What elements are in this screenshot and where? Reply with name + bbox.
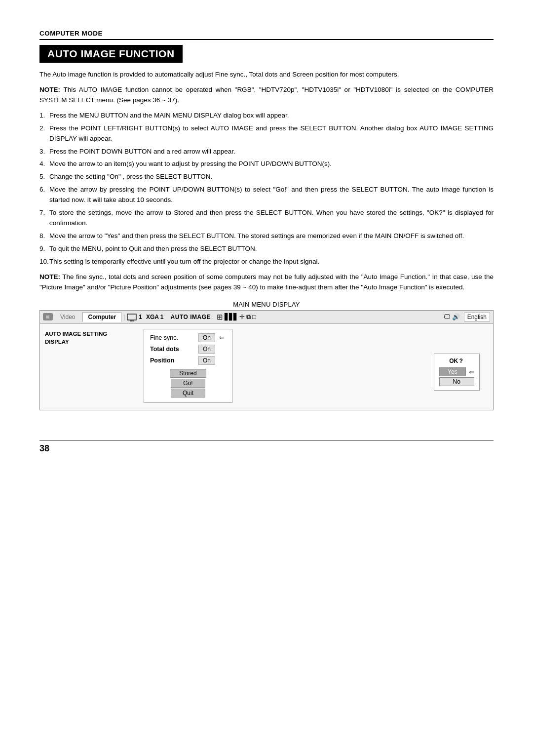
step-7: 7. To store the settings, move the arrow… [39,208,494,229]
step-num-10: 10. [39,257,49,267]
step-text-2: Press the POINT LEFT/RIGHT BUTTON(s) to … [49,124,494,142]
quit-button[interactable]: Quit [171,389,205,398]
diagram-outer: ▤ Video Computer | 1 XGA 1 AUTO IMAGE ⊞ … [39,310,494,410]
toolbar-icons: ⊞ ▋▋▋ ✛ ⧉ □ [217,313,256,321]
ok-arrow-icon: ⇐ [469,368,474,376]
page-number-bar: 38 [39,440,494,454]
remote-icon: ▤ [43,313,53,320]
finesync-value: On [198,333,215,342]
totaldots-label: Total dots [150,346,194,353]
note1-prefix: NOTE: [39,86,60,93]
step-text-6: Move the arrow by pressing the POINT UP/… [49,186,494,203]
step-2: 2. Press the POINT LEFT/RIGHT BUTTON(s) … [39,123,494,144]
tab-video[interactable]: Video [55,312,80,322]
step-num-8: 8. [39,231,45,241]
step-10: 10. This setting is temporarily effectiv… [39,257,494,267]
step-num-1: 1. [39,111,45,121]
step-9: 9. To quit the MENU, point to Quit and t… [39,244,494,254]
note1-paragraph: NOTE: This AUTO IMAGE function cannot be… [39,85,494,106]
section-title-box: AUTO IMAGE FUNCTION [39,45,183,63]
xga-label: XGA 1 [146,314,164,320]
auto-image-menu-box: Fine sync. On ⇐ Total dots On Position O… [144,329,232,403]
step-text-1: Press the MENU BUTTON and the MAIN MENU … [49,112,289,119]
toolbar-separator: | [123,314,125,320]
auto-image-setting-label-line1: AUTO IMAGE SETTING [45,331,107,337]
finesync-label: Fine sync. [150,334,194,341]
ok-box: OK？ Yes ⇐ No [434,354,480,391]
step-num-9: 9. [39,244,45,254]
no-button[interactable]: No [439,377,474,386]
move-icon: ✛ [239,313,245,320]
menu-row-finesync: Fine sync. On ⇐ [150,333,226,342]
step-num-5: 5. [39,172,45,182]
toolbar-row: ▤ Video Computer | 1 XGA 1 AUTO IMAGE ⊞ … [40,311,493,324]
note2-text: The fine sync., total dots and screen po… [39,273,494,291]
step-5: 5. Change the setting "On" , press the S… [39,172,494,182]
yes-button[interactable]: Yes [439,367,466,376]
position-value: On [198,356,215,365]
right-col: OK？ Yes ⇐ No [429,329,488,403]
page-number: 38 [39,443,49,453]
finesync-arrow: ⇐ [219,334,225,341]
auto-image-label: AUTO IMAGE [171,314,211,320]
tab-computer[interactable]: Computer [82,312,121,322]
steps-list: 1. Press the MENU BUTTON and the MAIN ME… [39,111,494,267]
step-8: 8. Move the arrow to "Yes" and then pres… [39,231,494,241]
computer-mode-label: COMPUTER MODE [39,30,494,37]
step-text-7: To store the settings, move the arrow to… [49,209,494,227]
copy-icon: ⧉ [246,313,251,321]
left-col: AUTO IMAGE SETTING DISPLAY [45,329,144,403]
totaldots-value: On [198,345,215,354]
speaker-area: 🖵 🔊 [444,313,459,320]
monitor-icon [127,314,137,320]
diagram-main-label: MAIN MENU DISPLAY [39,301,494,308]
section-divider [39,39,494,40]
english-button[interactable]: English [464,313,490,321]
step-num-3: 3. [39,147,45,157]
step-text-4: Move the arrow to an item(s) you want to… [49,160,332,167]
step-3: 3. Press the POINT DOWN BUTTON and a red… [39,147,494,157]
step-num-7: 7. [39,208,45,218]
step-text-8: Move the arrow to "Yes" and then press t… [49,232,464,239]
speaker-icon: 🔊 [452,313,460,320]
auto-image-setting-label-line2: DISPLAY [45,339,69,345]
menu-row-totaldots: Total dots On [150,345,226,354]
step-text-10: This setting is temporarily effective un… [49,258,319,265]
step-num-2: 2. [39,123,45,134]
step-6: 6. Move the arrow by pressing the POINT … [39,185,494,205]
stored-button[interactable]: Stored [170,369,206,378]
content-row: AUTO IMAGE SETTING DISPLAY Fine sync. On… [40,324,493,410]
go-button[interactable]: Go! [171,379,205,388]
position-label: Position [150,357,194,364]
step-num-4: 4. [39,159,45,169]
step-num-6: 6. [39,185,45,195]
step-text-5: Change the setting "On" , press the SELE… [49,173,212,180]
center-col: Fine sync. On ⇐ Total dots On Position O… [144,329,429,403]
input-number: 1 [139,314,142,320]
menu-row-position: Position On [150,356,226,365]
ok-label: OK？ [439,357,474,365]
square-icon: □ [252,313,256,320]
btn-group: Stored Go! Quit [150,369,226,398]
bars-icon: ▋▋▋ [225,313,238,320]
note2-prefix: NOTE: [39,273,60,280]
note2-paragraph: NOTE: The fine sync., total dots and scr… [39,272,494,293]
step-1: 1. Press the MENU BUTTON and the MAIN ME… [39,111,494,121]
step-4: 4. Move the arrow to an item(s) you want… [39,159,494,169]
step-text-9: To quit the MENU, point to Quit and then… [49,245,257,252]
intro-paragraph: The Auto image function is provided to a… [39,70,494,80]
computer-mode-section: COMPUTER MODE [39,30,494,40]
note1-text: This AUTO IMAGE function cannot be opera… [39,86,494,104]
step-text-3: Press the POINT DOWN BUTTON and a red ar… [49,148,235,155]
monitor-small-icon: 🖵 [444,313,450,320]
grid-icon-1: ⊞ [217,313,223,321]
diagram-section: MAIN MENU DISPLAY ▤ Video Computer | 1 X… [39,301,494,410]
